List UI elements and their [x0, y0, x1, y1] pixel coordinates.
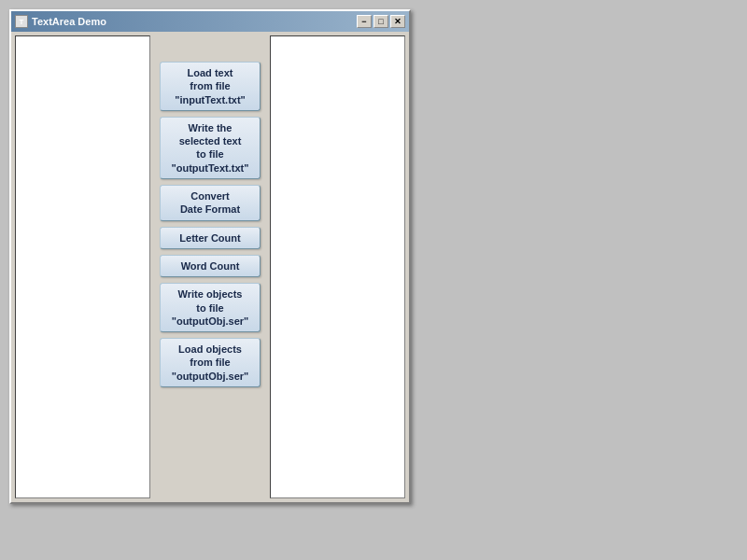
window-icon: T [15, 15, 28, 28]
window-title: TextArea Demo [32, 16, 106, 27]
convert-date-btn[interactable]: Convert Date Format [160, 185, 261, 221]
load-objects-btn[interactable]: Load objects from file "outputObj.ser" [160, 338, 261, 387]
center-panel: Load text from file "inputText.txt"Write… [154, 35, 266, 498]
title-buttons: − □ ✕ [357, 15, 405, 28]
write-objects-btn[interactable]: Write objects to file "outputObj.ser" [160, 283, 261, 332]
letter-count-btn[interactable]: Letter Count [160, 227, 261, 249]
write-selected-btn[interactable]: Write the selected text to file "outputT… [160, 117, 261, 179]
window-content: Load text from file "inputText.txt"Write… [11, 32, 409, 502]
close-button[interactable]: ✕ [390, 15, 405, 28]
load-text-btn[interactable]: Load text from file "inputText.txt" [160, 62, 261, 111]
title-bar-left: T TextArea Demo [15, 15, 106, 28]
left-panel [15, 35, 150, 498]
minimize-button[interactable]: − [357, 15, 372, 28]
title-bar: T TextArea Demo − □ ✕ [11, 11, 409, 32]
maximize-button[interactable]: □ [374, 15, 388, 28]
word-count-btn[interactable]: Word Count [160, 255, 261, 277]
right-panel [270, 35, 405, 498]
main-window: T TextArea Demo − □ ✕ Load text from fil… [9, 9, 411, 504]
